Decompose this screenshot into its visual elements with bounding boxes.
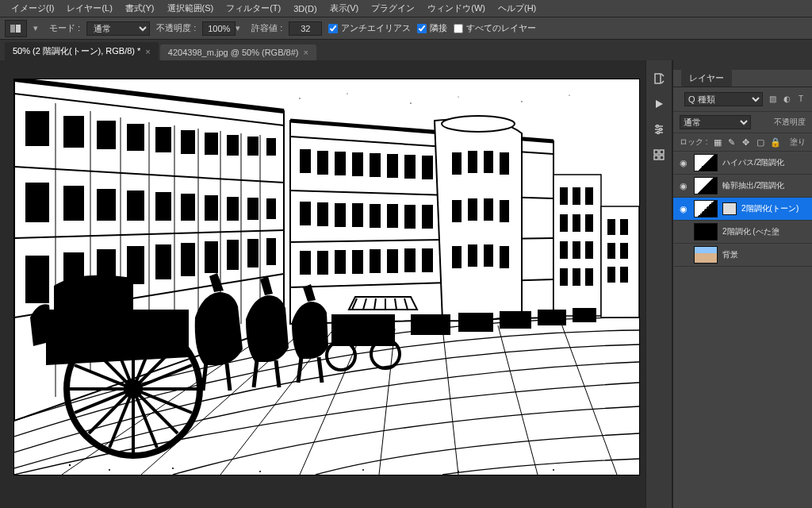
adjust-filter-icon[interactable]: ◐ xyxy=(782,94,791,104)
svg-rect-138 xyxy=(411,314,450,335)
chevron-down-icon[interactable]: ▾ xyxy=(33,23,43,33)
lock-artboard-icon[interactable]: ▢ xyxy=(756,137,765,147)
layer-mask-thumb[interactable] xyxy=(722,202,737,215)
svg-rect-104 xyxy=(620,267,628,283)
visibility-icon[interactable] xyxy=(678,250,689,260)
svg-rect-52 xyxy=(352,152,363,176)
lock-brush-icon[interactable]: ✎ xyxy=(727,137,737,147)
svg-rect-24 xyxy=(181,194,195,221)
history-icon[interactable] xyxy=(651,71,667,86)
menu-item[interactable]: フィルター(T) xyxy=(220,2,287,14)
svg-rect-20 xyxy=(63,186,84,221)
layer-thumb[interactable] xyxy=(694,223,718,241)
menubar: イメージ(I) レイヤー(L) 書式(Y) 選択範囲(S) フィルター(T) 3… xyxy=(0,0,812,17)
svg-rect-101 xyxy=(607,243,615,259)
menu-item[interactable]: レイヤー(L) xyxy=(60,2,118,14)
svg-point-143 xyxy=(69,464,71,466)
mode-select[interactable]: 通常 xyxy=(86,21,150,36)
svg-rect-66 xyxy=(317,251,328,275)
antialias-checkbox[interactable]: アンチエイリアス xyxy=(328,22,411,34)
blend-mode-select[interactable]: 通常 xyxy=(680,115,751,129)
svg-rect-72 xyxy=(422,248,433,272)
chevron-down-icon[interactable]: ▾ xyxy=(236,23,245,33)
svg-rect-92 xyxy=(585,214,593,232)
lock-position-icon[interactable]: ✥ xyxy=(741,137,751,147)
svg-rect-88 xyxy=(573,187,580,205)
document-canvas[interactable] xyxy=(14,79,639,475)
layer-row[interactable]: 2階調化 (べた塗 xyxy=(673,221,812,244)
layer-row[interactable]: 背景 xyxy=(673,244,812,267)
svg-rect-96 xyxy=(560,268,568,286)
menu-item[interactable]: ウィンドウ(W) xyxy=(421,2,492,14)
layer-thumb[interactable] xyxy=(694,246,718,264)
tolerance-input[interactable] xyxy=(289,21,322,36)
svg-rect-35 xyxy=(205,241,218,273)
svg-rect-38 xyxy=(266,238,276,265)
canvas-area[interactable] xyxy=(0,60,645,508)
layer-row[interactable]: ◉ 輪郭抽出/2階調化 xyxy=(673,175,812,198)
opacity-input[interactable] xyxy=(202,21,236,36)
menu-item[interactable]: 書式(Y) xyxy=(119,2,161,14)
panel-tab[interactable]: レイヤー xyxy=(673,70,812,87)
svg-rect-94 xyxy=(573,241,580,259)
lock-label: ロック : xyxy=(680,137,708,148)
svg-point-8 xyxy=(569,94,569,95)
play-icon[interactable] xyxy=(651,97,667,111)
svg-rect-159 xyxy=(654,150,658,154)
layer-thumb[interactable] xyxy=(694,200,718,217)
options-bar: ▾ モード : 通常 不透明度 : ▾ 許容値 : アンチエイリアス 隣接 すべ… xyxy=(0,17,812,40)
svg-rect-90 xyxy=(560,214,568,232)
svg-point-158 xyxy=(657,132,660,134)
svg-rect-50 xyxy=(317,151,328,175)
layer-name: 2階調化(トーン) xyxy=(741,203,799,214)
menu-item[interactable]: イメージ(I) xyxy=(5,2,60,14)
menu-item[interactable]: プラグイン xyxy=(365,2,421,14)
layer-row[interactable]: ◉ 2階調化(トーン) xyxy=(673,198,812,221)
lock-pixels-icon[interactable]: ▦ xyxy=(713,137,722,147)
svg-rect-87 xyxy=(560,187,568,205)
svg-rect-37 xyxy=(247,239,259,267)
visibility-icon[interactable]: ◉ xyxy=(678,181,689,191)
layer-thumb[interactable] xyxy=(694,177,718,194)
svg-point-147 xyxy=(362,469,364,471)
visibility-icon[interactable]: ◉ xyxy=(678,204,689,214)
layers-panel: レイヤー Q 種類 ▧ ◐ T 通常 不透明度 ロック : ▦ ✎ ✥ ▢ 🔒 … xyxy=(672,60,812,508)
svg-rect-55 xyxy=(404,155,416,179)
doc-tab[interactable]: 4204398_m.jpg @ 50% (RGB/8#)× xyxy=(160,44,316,60)
svg-rect-56 xyxy=(422,156,433,179)
svg-rect-61 xyxy=(370,204,381,228)
fill-label: 塗り xyxy=(790,137,806,148)
svg-rect-33 xyxy=(155,244,171,279)
svg-rect-140 xyxy=(500,311,531,329)
lock-all-icon[interactable]: 🔒 xyxy=(770,137,779,147)
svg-rect-62 xyxy=(387,204,398,228)
svg-rect-14 xyxy=(181,130,195,154)
close-icon[interactable]: × xyxy=(303,48,308,57)
svg-rect-49 xyxy=(300,149,311,173)
svg-rect-81 xyxy=(452,246,462,268)
menu-item[interactable]: ヘルプ(H) xyxy=(492,2,542,14)
pixel-filter-icon[interactable]: ▧ xyxy=(768,94,777,104)
contiguous-checkbox[interactable]: 隣接 xyxy=(417,22,447,34)
menu-item[interactable]: 選択範囲(S) xyxy=(161,2,220,14)
tool-preset-icon[interactable] xyxy=(5,20,27,37)
svg-rect-103 xyxy=(607,267,615,283)
layer-thumb[interactable] xyxy=(694,154,718,171)
visibility-icon[interactable]: ◉ xyxy=(678,158,689,168)
doc-tab[interactable]: 50% (2 階調化(トーン), RGB/8) *× xyxy=(5,42,159,60)
visibility-icon[interactable] xyxy=(678,227,689,237)
swatches-icon[interactable] xyxy=(651,148,667,162)
adjustments-icon[interactable] xyxy=(651,122,667,137)
filter-kind-select[interactable]: Q 種類 xyxy=(684,92,763,106)
layer-name: 背景 xyxy=(722,249,738,260)
svg-point-6 xyxy=(458,97,459,98)
type-filter-icon[interactable]: T xyxy=(796,94,806,104)
svg-rect-162 xyxy=(660,156,664,160)
svg-rect-51 xyxy=(335,152,346,175)
alllayers-checkbox[interactable]: すべてのレイヤー xyxy=(454,22,536,34)
layer-row[interactable]: ◉ ハイパス/2階調化 xyxy=(673,152,812,175)
svg-rect-28 xyxy=(266,198,276,219)
menu-item[interactable]: 3D(D) xyxy=(287,4,323,13)
menu-item[interactable]: 表示(V) xyxy=(324,2,366,14)
close-icon[interactable]: × xyxy=(145,47,150,56)
